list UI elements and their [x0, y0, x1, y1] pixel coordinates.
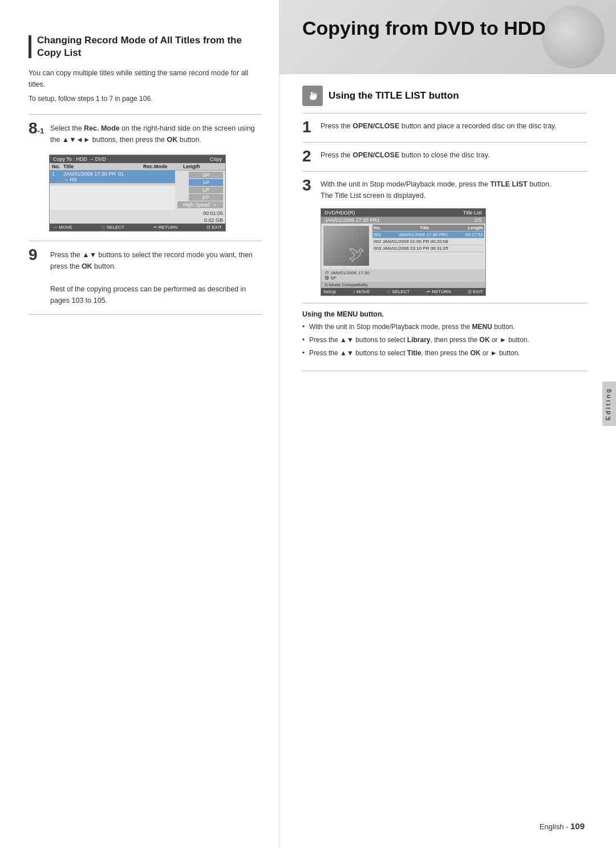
icon-step-header: Using the TITLE LIST button — [302, 86, 587, 106]
right-step-3-number: 3 — [302, 177, 321, 193]
sc-option-sp1: SP — [189, 172, 223, 178]
right-step-1: 1 Press the OPEN/CLOSE button and place … — [302, 120, 587, 135]
right-header: Copying from DVD to HDD — [279, 0, 616, 74]
screenshot-right: DVD/HDD(R) Title List JAN/01/2006 17:30 … — [321, 208, 486, 296]
menu-bullet-2: Press the ▲▼ buttons to select Library, … — [302, 335, 587, 346]
title-bar-decoration — [29, 35, 31, 58]
sc-left-options: SP SP LP EP High Speed ✓ — [175, 171, 225, 210]
right-step-1-number: 1 — [302, 119, 321, 135]
sc-right-list-row-1: 001 JAN/01/2006 17:30 PR1 00:17:51 — [372, 232, 484, 238]
right-divider-5 — [302, 371, 587, 371]
sc-option-ep: EP — [189, 194, 223, 201]
sc-left-header: Copy To : HDD → DVD Copy — [50, 155, 225, 163]
right-step-3: 3 With the unit in Stop mode/Playback mo… — [302, 178, 587, 201]
sc-left-row: 1 JAN/01/2006 17:30 PR → HS 01 — [50, 171, 175, 184]
sc-right-subheader: JAN/01/2006 17:30 PR1 1/S — [321, 217, 485, 224]
step-8-content: Select the Rec. Mode on the right-hand s… — [50, 123, 262, 145]
page-number: English - 109 — [540, 821, 585, 831]
sc-right-list: No. Title Length 001 JAN/01/2006 17:30 P… — [371, 224, 485, 269]
sc-size-row: 0.02 GB — [50, 217, 225, 224]
icon-step-title: Using the TITLE LIST button — [329, 90, 459, 102]
step-9-content: Press the ▲▼ buttons to select the recor… — [50, 249, 262, 306]
sc-footer-left: ↔ MOVE ☞ SELECT ↩ RETURN ⊡ EXIT — [50, 224, 225, 231]
sc-right-list-header: No. Title Length — [372, 225, 484, 232]
divider-2 — [29, 241, 262, 241]
menu-bullet-3: Press the ▲▼ buttons to select Title, th… — [302, 348, 587, 359]
divider-3 — [29, 314, 262, 315]
section-title-block: Changing Record Mode of All Titles from … — [29, 34, 262, 59]
setup-text: To setup, follow steps 1 to 7 in page 10… — [29, 95, 262, 103]
right-step-2-content: Press the OPEN/CLOSE button to close the… — [321, 149, 587, 161]
right-divider-1 — [302, 113, 587, 113]
sc-right-info: ⏱ JAN/01/2006 17:30 🖫 SP — [321, 269, 485, 282]
screenshot-left: Copy To : HDD → DVD Copy No. Title Rec.M… — [49, 155, 226, 232]
step-8-number: 8-1 — [29, 120, 49, 136]
menu-button-section: Using the MENU button. With the unit in … — [302, 310, 587, 359]
sc-right-list-row-3: 003 JAN/01/2006 23:10 PR 00:31:05 — [372, 245, 484, 252]
right-content: Using the TITLE LIST button 1 Press the … — [279, 74, 616, 389]
page-title: Copying from DVD to HDD — [302, 17, 593, 39]
right-panel: Copying from DVD to HDD Using the TITLE … — [279, 0, 616, 848]
menu-button-title: Using the MENU button. — [302, 310, 587, 318]
left-panel: Changing Record Mode of All Titles from … — [0, 0, 279, 848]
sc-option-highspeed: High Speed ✓ — [177, 201, 223, 208]
sc-right-list-row-2: 002 JAN/01/2006 01:00 PR 00:20:08 — [372, 238, 484, 245]
right-divider-3 — [302, 171, 587, 172]
hand-svg — [306, 90, 319, 102]
step-8: 8-1 Select the Rec. Mode on the right-ha… — [29, 123, 262, 145]
sc-right-thumbnail: 🕊 — [323, 226, 369, 266]
step-9: 9 Press the ▲▼ buttons to select the rec… — [29, 249, 262, 306]
section-title: Changing Record Mode of All Titles from … — [37, 34, 262, 59]
right-step-1-content: Press the OPEN/CLOSE button and place a … — [321, 120, 587, 132]
body-text: You can copy multiple titles while setti… — [29, 67, 262, 90]
divider-1 — [29, 114, 262, 115]
sc-right-body: 🕊 No. Title Length 001 JAN/01/2006 17:30… — [321, 224, 485, 269]
sc-option-lp: LP — [189, 186, 223, 193]
sc-right-header: DVD/HDD(R) Title List — [321, 209, 485, 217]
hand-icon — [302, 86, 323, 106]
menu-bullet-1: With the unit in Stop mode/Playback mode… — [302, 322, 587, 332]
right-step-2-number: 2 — [302, 148, 321, 164]
editing-tab-text: Editing — [605, 387, 611, 420]
sc-right-compat: S-Mode Compatibility — [321, 282, 485, 288]
right-divider-2 — [302, 142, 587, 143]
right-step-3-content: With the unit in Stop mode/Playback mode… — [321, 178, 587, 201]
step-9-number: 9 — [29, 247, 49, 263]
sc-option-sp2: SP — [189, 179, 223, 186]
sc-left-table-header: No. Title Rec.Mode Length — [50, 163, 225, 171]
sc-right-footer: SetUp ↕ MOVE ☞ SELECT ↩ RETURN ⊡ EXIT — [321, 288, 485, 295]
sc-left-empty-row — [50, 184, 175, 185]
right-step-2: 2 Press the OPEN/CLOSE button to close t… — [302, 149, 587, 164]
right-divider-4 — [302, 303, 587, 303]
sc-time-row: 00:01:05 — [50, 210, 225, 217]
editing-tab: Editing — [602, 382, 616, 426]
sc-left-body: 1 JAN/01/2006 17:30 PR → HS 01 SP SP — [50, 171, 225, 210]
